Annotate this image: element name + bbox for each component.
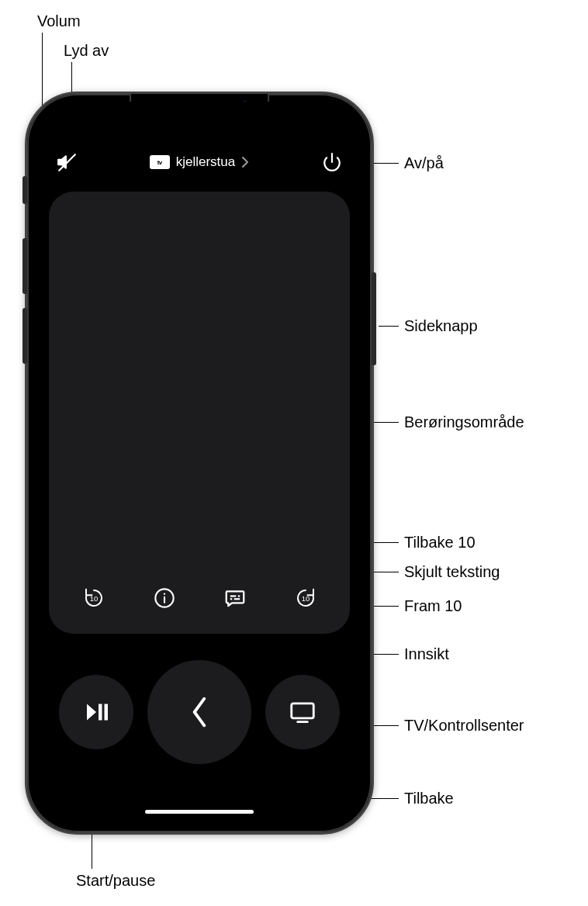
volume-down-button[interactable]: [22, 308, 27, 364]
svg-rect-14: [292, 704, 314, 718]
svg-marker-11: [87, 704, 96, 721]
skip-back-10-button[interactable]: 10: [77, 581, 111, 615]
callout-power: Av/på: [404, 154, 444, 172]
callout-touch-area: Berøringsområde: [404, 413, 524, 431]
skip-forward-10-icon: 10: [294, 586, 317, 610]
diagram-stage: Volum Lyd av Av/på Sideknapp Berøringsom…: [0, 0, 588, 906]
callout-cc: Skjult teksting: [404, 563, 500, 581]
skip-forward-10-button[interactable]: 10: [289, 581, 323, 615]
device-name: kjellerstua: [176, 154, 236, 170]
mute-icon[interactable]: [57, 152, 77, 172]
back-button[interactable]: [147, 660, 251, 764]
chevron-left-icon: [188, 695, 211, 729]
tv-control-center-button[interactable]: [265, 675, 340, 749]
svg-point-5: [163, 593, 164, 595]
home-indicator: [145, 810, 254, 814]
callout-back: Tilbake: [404, 790, 454, 807]
svg-text:10: 10: [301, 595, 309, 603]
skip-back-10-icon: 10: [82, 586, 105, 610]
phone-frame: tv kjellerstua: [25, 92, 374, 835]
apple-tv-badge-icon: tv: [150, 155, 170, 169]
callout-play-pause: Start/pause: [76, 872, 155, 890]
info-icon: [154, 587, 175, 609]
volume-up-button[interactable]: [22, 238, 27, 294]
silent-switch: [22, 176, 27, 204]
callout-volume: Volum: [37, 12, 81, 30]
bottom-button-row: [35, 660, 364, 764]
svg-rect-12: [99, 704, 102, 721]
play-pause-button[interactable]: [59, 675, 133, 749]
device-selector[interactable]: tv kjellerstua: [150, 154, 250, 170]
chevron-right-icon: [241, 157, 249, 168]
screen: tv kjellerstua: [35, 102, 364, 825]
play-pause-icon: [82, 698, 110, 726]
power-icon[interactable]: [322, 152, 342, 172]
callout-side-button: Sideknapp: [404, 317, 478, 335]
captions-icon: [223, 586, 247, 610]
svg-text:10: 10: [89, 595, 97, 603]
tv-icon: [288, 697, 317, 727]
callout-tv-control: TV/Kontrollsenter: [404, 717, 524, 735]
callout-insight: Innsikt: [404, 645, 449, 663]
leader: [379, 326, 399, 327]
callout-mute: Lyd av: [64, 42, 109, 60]
side-button[interactable]: [372, 272, 376, 365]
callout-fwd10: Fram 10: [404, 597, 462, 615]
captions-button[interactable]: [218, 581, 252, 615]
callout-back10: Tilbake 10: [404, 534, 476, 552]
panel-button-row: 10: [49, 581, 350, 615]
info-button[interactable]: [147, 581, 182, 615]
touch-surface[interactable]: 10: [49, 192, 350, 634]
remote-top-bar: tv kjellerstua: [35, 147, 364, 178]
svg-rect-13: [105, 704, 109, 721]
